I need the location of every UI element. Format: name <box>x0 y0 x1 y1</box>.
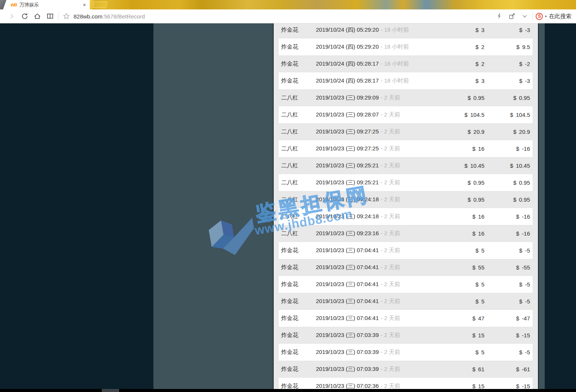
bet-time: 2019/10/24 (四) 05:28:17 <box>316 60 379 67</box>
bet-time-ago: - 2 天前 <box>381 179 400 185</box>
bet-time-cell: 2019/10/23 (三) 09:24:18- 2 天前 <box>316 196 424 203</box>
share-button[interactable] <box>506 11 518 22</box>
result-currency: $ <box>510 112 513 118</box>
book-icon <box>46 12 54 20</box>
bet-amount-cell: $5 <box>424 349 484 355</box>
table-row: 炸金花 2019/10/23 (三) 07:04:41- 2 天前 $5 $-5 <box>279 276 533 293</box>
table-row: 炸金花 2019/10/23 (三) 07:04:41- 2 天前 $55 $-… <box>279 259 533 276</box>
chevron-right-icon <box>8 12 15 20</box>
bet-table: 炸金花 2019/10/24 (四) 05:29:20- 18 小时前 $3 $… <box>279 23 533 389</box>
bet-amount-cell: $104.5 <box>424 112 484 118</box>
amount-currency: $ <box>475 61 478 67</box>
horizontal-scrollbar-thumb[interactable] <box>102 389 119 392</box>
bet-time: 2019/10/23 (三) 07:04:41 <box>316 247 379 253</box>
game-name: 二八杠 <box>279 179 316 186</box>
amount-value: 47 <box>478 315 484 322</box>
table-row: 炸金花 2019/10/24 (四) 05:29:20- 18 小时前 $3 $… <box>279 23 533 38</box>
table-row: 二八杠 2019/10/23 (三) 09:27:25- 2 天前 $20.9 … <box>279 123 533 140</box>
amount-currency: $ <box>475 44 478 50</box>
bet-time-ago: - 18 小时前 <box>381 60 409 67</box>
game-name: 二八杠 <box>279 145 316 152</box>
bet-time-cell: 2019/10/23 (三) 09:27:25- 2 天前 <box>316 145 424 152</box>
table-row: 二八杠 2019/10/23 (三) 09:24:18- 2 天前 $16 $-… <box>279 208 533 225</box>
bet-time: 2019/10/23 (三) 07:04:41 <box>316 281 379 287</box>
horizontal-scrollbar[interactable] <box>0 389 576 392</box>
address-bar[interactable]: 828wb.com:5678/BetRecord <box>74 13 145 20</box>
refresh-icon <box>21 12 28 20</box>
bet-time-cell: 2019/10/23 (三) 09:29:09- 2 天前 <box>316 94 424 101</box>
win-loss-cell: $0.95 <box>484 179 533 186</box>
result-value: -3 <box>525 27 530 33</box>
win-loss-cell: $-3 <box>484 78 533 84</box>
star-icon <box>63 12 70 20</box>
result-currency: $ <box>519 27 522 33</box>
bet-time-ago: - 18 小时前 <box>381 77 409 84</box>
table-row: 炸金花 2019/10/23 (三) 07:04:41- 2 天前 $5 $-5 <box>279 242 533 259</box>
table-row: 炸金花 2019/10/24 (四) 05:29:20- 18 小时前 $2 $… <box>279 38 533 55</box>
amount-value: 2 <box>481 44 484 50</box>
bet-time-cell: 2019/10/24 (四) 05:29:20- 18 小时前 <box>316 26 424 34</box>
bet-time: 2019/10/23 (三) 09:27:25 <box>316 128 379 135</box>
table-row: 炸金花 2019/10/23 (三) 07:03:39- 2 天前 $5 $-5 <box>279 344 533 361</box>
amount-currency: $ <box>467 95 470 101</box>
result-value: -16 <box>522 213 530 220</box>
win-loss-cell: $-15 <box>484 332 533 338</box>
toolbar-more-button[interactable] <box>518 11 531 22</box>
search-here-label[interactable]: 在此搜索 <box>549 13 571 20</box>
result-currency: $ <box>510 162 513 169</box>
bet-amount-cell: $5 <box>424 247 484 254</box>
result-currency: $ <box>513 196 516 203</box>
bet-time-ago: - 18 小时前 <box>381 43 409 50</box>
game-name: 炸金花 <box>279 26 316 34</box>
result-value: 10.45 <box>516 162 530 169</box>
game-name: 二八杠 <box>279 94 316 101</box>
bet-time-cell: 2019/10/23 (三) 09:25:21- 2 天前 <box>316 179 424 186</box>
win-loss-cell: $-15 <box>484 383 533 389</box>
bet-amount-cell: $3 <box>424 78 484 84</box>
home-button[interactable] <box>31 11 44 22</box>
bet-amount-cell: $16 <box>424 145 484 152</box>
bet-amount-cell: $16 <box>424 213 484 220</box>
bet-time-cell: 2019/10/24 (四) 05:28:17- 18 小时前 <box>316 77 424 84</box>
flash-block-button[interactable] <box>493 11 506 22</box>
amount-currency: $ <box>472 264 475 271</box>
game-name: 炸金花 <box>279 366 316 373</box>
reading-list-button[interactable] <box>44 11 57 22</box>
result-value: -16 <box>522 230 530 237</box>
bet-time: 2019/10/23 (三) 07:03:39 <box>316 349 379 355</box>
tab-close-icon[interactable]: × <box>83 2 86 8</box>
win-loss-cell: $-5 <box>484 298 533 305</box>
win-loss-cell: $-47 <box>484 315 533 322</box>
result-currency: $ <box>516 230 519 237</box>
refresh-button[interactable] <box>18 11 31 22</box>
bet-amount-cell: $2 <box>424 44 484 50</box>
win-loss-cell: $-5 <box>484 247 533 254</box>
amount-currency: $ <box>472 145 475 152</box>
bookmark-button[interactable] <box>60 11 73 22</box>
search-engine-button[interactable]: S <box>535 11 544 22</box>
win-loss-cell: $0.95 <box>484 196 533 203</box>
amount-value: 20.9 <box>473 129 484 135</box>
amount-value: 2 <box>481 61 484 67</box>
result-currency: $ <box>519 61 522 67</box>
bet-record-panel: 炸金花 2019/10/24 (四) 05:29:20- 18 小时前 $3 $… <box>273 23 539 389</box>
bet-amount-cell: $15 <box>424 332 484 338</box>
page-background-right <box>545 23 576 389</box>
result-currency: $ <box>516 264 519 271</box>
forward-button[interactable] <box>5 11 18 22</box>
bet-time-cell: 2019/10/23 (三) 09:28:07- 2 天前 <box>316 111 424 118</box>
browser-tab[interactable]: WB 万博娱乐 × <box>3 0 90 9</box>
amount-currency: $ <box>472 213 475 220</box>
bet-time-cell: 2019/10/23 (三) 07:04:41- 2 天前 <box>316 315 424 322</box>
table-row: 炸金花 2019/10/24 (四) 05:28:17- 18 小时前 $3 $… <box>279 72 533 89</box>
bet-time: 2019/10/24 (四) 05:29:20 <box>316 26 379 33</box>
amount-currency: $ <box>475 78 478 84</box>
sogou-logo-icon: S <box>536 13 543 20</box>
result-currency: $ <box>516 145 519 152</box>
table-row: 炸金花 2019/10/23 (三) 07:04:41- 2 天前 $5 $-5 <box>279 293 533 310</box>
bet-time: 2019/10/24 (四) 05:28:17 <box>316 77 379 84</box>
caret-down-icon[interactable]: ▾ <box>545 15 547 18</box>
amount-value: 0.95 <box>473 179 484 186</box>
bet-time-ago: - 2 天前 <box>381 315 400 321</box>
bet-amount-cell: $16 <box>424 230 484 237</box>
